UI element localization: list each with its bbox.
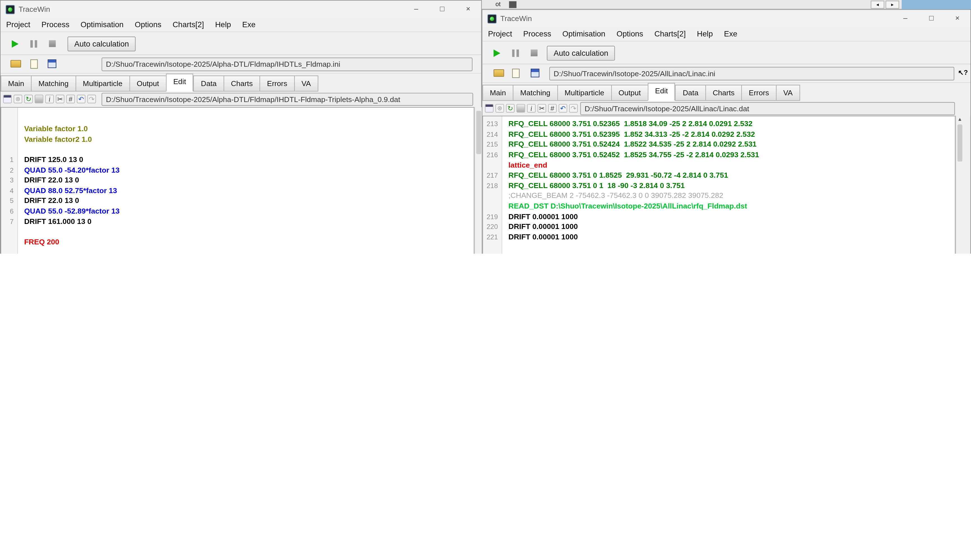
info-icon[interactable]: i xyxy=(45,95,54,103)
scroll-up-icon[interactable]: ▲ xyxy=(956,116,964,123)
new-file-icon[interactable] xyxy=(30,59,38,69)
editor-line: 6 QUAD 55.0 -52.89*factor 13 xyxy=(1,206,474,217)
scroll-right-button[interactable]: ▸ xyxy=(886,0,899,9)
line-text: DRIFT 0.00001 1000 xyxy=(508,222,578,232)
close-button[interactable]: × xyxy=(455,0,481,18)
lattice-file-path[interactable]: D:/Shuo/Tracewin/Isotope-2025/Alpha-DTL/… xyxy=(102,93,473,106)
project-path-input[interactable]: D:/Shuo/Tracewin/Isotope-2025/AllLinac/L… xyxy=(549,67,954,80)
scrollbar-thumb[interactable] xyxy=(957,125,962,162)
lattice-editor[interactable]: Variable factor 1.0 Variable factor2 1.0… xyxy=(0,107,474,253)
editor-line: READ_DST D:\Shuo\Tracewin\Isotope-2025\A… xyxy=(483,201,955,212)
scrollbar-thumb[interactable] xyxy=(476,111,481,154)
info-icon[interactable]: i xyxy=(527,104,536,113)
whats-this-icon[interactable]: ↖? xyxy=(958,69,968,77)
undo-icon[interactable]: ↶ xyxy=(559,104,567,113)
tab[interactable]: VA xyxy=(776,85,800,101)
pause-icon[interactable] xyxy=(30,40,37,48)
stop-icon[interactable] xyxy=(49,40,55,47)
tab[interactable]: Charts xyxy=(224,75,260,92)
titlebar[interactable]: TraceWin – □ × xyxy=(482,10,970,27)
project-path-input[interactable]: D:/Shuo/Tracewin/Isotope-2025/Alpha-DTL/… xyxy=(102,57,472,71)
redo-icon[interactable]: ↷ xyxy=(87,95,96,103)
menu-item[interactable]: Charts[2] xyxy=(649,30,691,38)
line-number-icon[interactable]: # xyxy=(548,104,557,113)
tab[interactable]: Matching xyxy=(31,75,75,92)
cut-icon[interactable]: ✂ xyxy=(537,104,546,113)
open-folder-icon[interactable] xyxy=(11,60,21,67)
menu-item[interactable]: Process xyxy=(36,20,75,29)
menu-item[interactable]: Exe xyxy=(237,20,261,29)
menu-item[interactable]: Help xyxy=(691,30,719,38)
tab[interactable]: VA xyxy=(294,75,318,92)
menu-item[interactable]: Optimisation xyxy=(75,20,129,29)
tab[interactable]: Matching xyxy=(513,85,557,101)
close-button[interactable]: × xyxy=(944,10,971,27)
editor-line: 4 QUAD 88.0 52.75*factor 13 xyxy=(1,185,474,196)
tab[interactable]: Errors xyxy=(260,75,294,92)
titlebar[interactable]: TraceWin – □ × xyxy=(0,0,481,18)
line-number xyxy=(1,237,18,247)
run-icon[interactable] xyxy=(494,50,500,57)
tab[interactable]: Edit xyxy=(166,74,194,92)
fragment-icon xyxy=(509,1,517,8)
refresh-icon[interactable]: ↻ xyxy=(506,104,514,113)
save-icon[interactable] xyxy=(48,59,56,68)
editor-line: 5 DRIFT 22.0 13 0 xyxy=(1,196,474,206)
scroll-left-button[interactable]: ◂ xyxy=(871,0,884,9)
tab[interactable]: Errors xyxy=(741,85,776,101)
editor-scrollbar[interactable]: ▲ ▼ xyxy=(956,116,964,253)
auto-calculation-button[interactable]: Auto calculation xyxy=(68,37,136,51)
menu-item[interactable]: Project xyxy=(482,30,517,38)
tab[interactable]: Multiparticle xyxy=(557,85,611,101)
maximize-button[interactable]: □ xyxy=(918,10,944,27)
fragment-text: ot xyxy=(496,0,501,7)
search-icon[interactable]: ⌾ xyxy=(496,104,504,113)
line-number: 7 xyxy=(1,217,18,227)
tab[interactable]: Multiparticle xyxy=(75,75,129,92)
menu-item[interactable]: Options xyxy=(129,20,167,29)
tab[interactable]: Main xyxy=(0,75,31,92)
lattice-file-path[interactable]: D:/Shuo/Tracewin/Isotope-2025/AllLinac/L… xyxy=(580,102,955,115)
minimize-button[interactable]: – xyxy=(403,0,429,18)
menu-item[interactable]: Charts[2] xyxy=(167,20,210,29)
undo-icon[interactable]: ↶ xyxy=(77,95,85,103)
new-file-icon[interactable] xyxy=(512,69,520,78)
menu-item[interactable]: Process xyxy=(517,30,557,38)
menu-item[interactable]: Project xyxy=(0,20,36,29)
main-toolbar: Auto calculation xyxy=(0,32,481,55)
redo-icon[interactable]: ↷ xyxy=(569,104,578,113)
cut-icon[interactable]: ✂ xyxy=(56,95,65,103)
menu-item[interactable]: Exe xyxy=(718,30,743,38)
line-number xyxy=(1,227,18,237)
editor-scrollbar[interactable] xyxy=(474,107,482,253)
tab[interactable]: Edit xyxy=(648,83,676,101)
menu-item[interactable]: Help xyxy=(209,20,237,29)
pause-icon[interactable] xyxy=(512,50,519,57)
tab[interactable]: Data xyxy=(675,85,705,101)
tab[interactable]: Data xyxy=(194,75,224,92)
maximize-button[interactable]: □ xyxy=(429,0,455,18)
editor-line: 219 DRIFT 0.00001 1000 xyxy=(483,212,955,222)
search-icon[interactable]: ⌾ xyxy=(14,95,22,103)
tab[interactable]: Output xyxy=(611,85,647,101)
line-number-icon[interactable]: # xyxy=(66,95,75,103)
refresh-icon[interactable]: ↻ xyxy=(24,95,33,103)
open-folder-icon[interactable] xyxy=(494,69,504,77)
tab[interactable]: Output xyxy=(129,75,166,92)
line-number: 4 xyxy=(1,185,18,196)
auto-calculation-button[interactable]: Auto calculation xyxy=(547,46,615,60)
menu-item[interactable]: Options xyxy=(611,30,649,38)
line-number: 220 xyxy=(483,222,502,232)
save-file-icon[interactable] xyxy=(485,104,494,113)
print-icon[interactable] xyxy=(517,104,525,113)
menu-item[interactable]: Optimisation xyxy=(557,30,611,38)
tab[interactable]: Main xyxy=(482,85,512,101)
save-file-icon[interactable] xyxy=(3,95,12,103)
lattice-editor[interactable]: 213 RFQ_CELL 68000 3.751 0.52365 1.8518 … xyxy=(482,116,955,253)
run-icon[interactable] xyxy=(12,40,18,48)
stop-icon[interactable] xyxy=(531,50,537,56)
tab[interactable]: Charts xyxy=(705,85,741,101)
print-icon[interactable] xyxy=(35,95,43,103)
save-icon[interactable] xyxy=(531,69,539,77)
minimize-button[interactable]: – xyxy=(893,10,919,27)
